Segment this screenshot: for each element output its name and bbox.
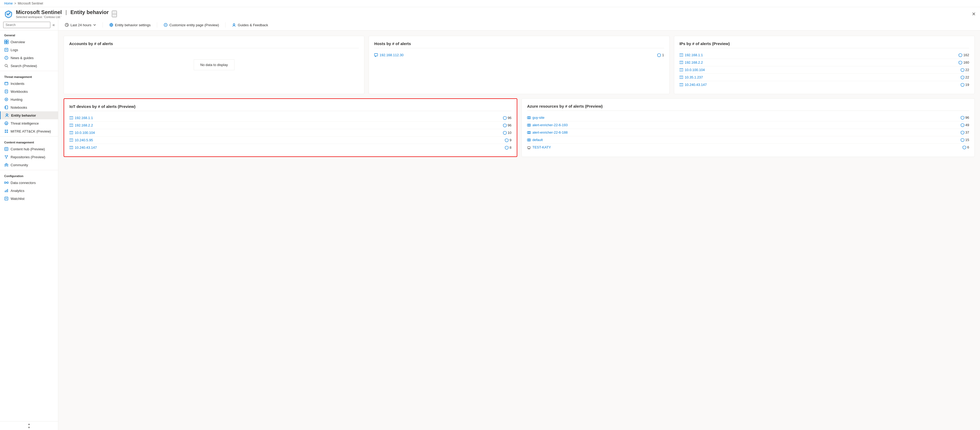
ips-card-title: IPs by # of alerts (Preview) <box>679 41 969 48</box>
list-item: default 15 <box>527 136 969 144</box>
iot-ip-2[interactable]: 10.0.100.104 <box>70 131 503 135</box>
ip-icon-3 <box>679 76 683 79</box>
sidebar-item-community-label: Community <box>11 163 28 167</box>
sidebar-collapse-button[interactable]: « <box>52 22 55 27</box>
azure-resource-0[interactable]: guy-site <box>527 116 961 119</box>
guides-feedback-button[interactable]: Guides & Feedback <box>230 22 270 28</box>
customize-entity-page-button[interactable]: Customize entity page (Preview) <box>161 22 221 28</box>
sidebar-item-workbooks[interactable]: Workbooks <box>0 88 58 96</box>
sidebar-item-notebooks[interactable]: Notebooks <box>0 104 58 111</box>
svg-rect-100 <box>528 147 530 148</box>
cards-row-1: Accounts by # of alerts No data to displ… <box>64 36 975 94</box>
ips-card-list: 192.168.1.1 162 192.168.2.2 <box>679 51 969 88</box>
shield-azure-4 <box>963 145 966 149</box>
time-range-button[interactable]: Last 24 hours <box>62 22 98 28</box>
toolbar-divider-2 <box>157 22 157 27</box>
sidebar-item-analytics[interactable]: Analytics <box>0 186 58 194</box>
svg-rect-46 <box>7 189 8 192</box>
guides-icon <box>232 23 236 27</box>
title-bar: Microsoft Sentinel | Entity behavior Sel… <box>0 7 980 20</box>
incidents-icon <box>4 81 8 86</box>
iot-ip-0[interactable]: 192.168.1.1 <box>70 116 503 120</box>
svg-rect-82 <box>70 139 73 142</box>
hosts-card-title: Hosts by # of alerts <box>374 41 664 48</box>
main-layout: « General Overview Logs <box>0 20 980 430</box>
iot-ip-1[interactable]: 192.168.2.2 <box>70 123 503 127</box>
sidebar-item-repositories[interactable]: Repositories (Preview) <box>0 153 58 161</box>
sidebar-item-workbooks-label: Workbooks <box>11 89 28 94</box>
ips-count-0: 162 <box>959 53 969 57</box>
sidebar-item-search-preview[interactable]: Search (Preview) <box>0 62 58 70</box>
ips-ip-3[interactable]: 10.35.1.237 <box>679 75 961 79</box>
svg-point-23 <box>8 114 8 115</box>
list-item: 192.168.2.2 96 <box>70 122 511 129</box>
svg-rect-25 <box>5 130 6 131</box>
ip-icon-0 <box>679 54 683 56</box>
breadcrumb-home[interactable]: Home <box>4 2 13 5</box>
sidebar-item-news-guides[interactable]: News & guides <box>0 54 58 62</box>
sidebar-item-mitre-attack[interactable]: MITRE ATT&CK (Preview) <box>0 127 58 135</box>
search-input[interactable] <box>3 22 50 28</box>
list-item: alert-enricher-22-6-193 49 <box>527 121 969 129</box>
sidebar-item-hunting[interactable]: Hunting <box>0 96 58 104</box>
ips-ip-0[interactable]: 192.168.1.1 <box>679 53 959 57</box>
shield-azure-1 <box>961 123 964 127</box>
sidebar-item-analytics-label: Analytics <box>11 189 24 193</box>
svg-rect-1 <box>5 40 6 41</box>
ips-ip-4[interactable]: 10.240.43.147 <box>679 83 961 87</box>
sidebar-item-watchlist[interactable]: Watchlist <box>0 194 58 202</box>
list-item: alert-enricher-22-6-188 37 <box>527 129 969 136</box>
hosts-count-0: 1 <box>657 53 664 57</box>
close-button[interactable]: ✕ <box>972 11 976 17</box>
sidebar-item-logs-label: Logs <box>11 48 18 52</box>
azure-resources-card: Azure resources by # of alerts (Preview)… <box>522 98 975 157</box>
azure-resource-icon-1 <box>527 123 531 127</box>
sidebar-item-overview[interactable]: Overview <box>0 38 58 46</box>
sidebar-item-content-hub[interactable]: Content hub (Preview) <box>0 145 58 153</box>
sidebar-item-entity-behavior-label: Entity behavior <box>11 113 36 118</box>
iot-count-0: 96 <box>503 116 511 120</box>
svg-point-39 <box>5 164 6 165</box>
azure-resource-3[interactable]: default <box>527 138 961 142</box>
more-options-button[interactable]: ··· <box>112 11 117 17</box>
shield-iot-4 <box>505 146 509 150</box>
ip-icon-4 <box>679 83 683 86</box>
iot-ip-4[interactable]: 10.240.43.147 <box>70 145 505 150</box>
entity-behavior-settings-label: Entity behavior settings <box>115 23 151 27</box>
content-area: Last 24 hours Entity behavior settings C… <box>58 20 980 430</box>
sidebar-item-incidents[interactable]: Incidents <box>0 80 58 88</box>
sidebar-item-community[interactable]: Community <box>0 161 58 169</box>
sidebar-item-logs[interactable]: Logs <box>0 46 58 54</box>
mitre-attack-icon <box>4 129 8 133</box>
breadcrumb-sep: > <box>14 2 16 5</box>
azure-resource-2[interactable]: alert-enricher-22-6-188 <box>527 131 961 134</box>
svg-point-19 <box>6 99 7 100</box>
hosts-ip-0[interactable]: 192.168.112.30 <box>374 53 657 57</box>
analytics-icon <box>4 188 8 193</box>
ips-count-2: 22 <box>961 68 969 72</box>
ips-ip-2[interactable]: 10.0.100.104 <box>679 68 961 72</box>
azure-resource-1[interactable]: alert-enricher-22-6-193 <box>527 123 961 127</box>
sidebar-item-threat-intelligence[interactable]: Threat intelligence <box>0 119 58 127</box>
iot-ip-3[interactable]: 10.240.5.95 <box>70 138 505 142</box>
sidebar-item-entity-behavior[interactable]: Entity behavior <box>0 111 58 119</box>
sidebar-item-content-hub-label: Content hub (Preview) <box>11 147 45 151</box>
sidebar-item-data-connectors[interactable]: Data connectors <box>0 179 58 186</box>
entity-behavior-settings-button[interactable]: Entity behavior settings <box>107 22 153 28</box>
svg-rect-64 <box>679 68 683 71</box>
ips-ip-1[interactable]: 192.168.2.2 <box>679 61 959 64</box>
svg-line-12 <box>7 67 8 68</box>
svg-point-38 <box>6 164 7 165</box>
accounts-card: Accounts by # of alerts No data to displ… <box>64 36 364 94</box>
iot-devices-card: IoT devices by # of alerts (Preview) 192… <box>64 98 517 157</box>
section-configuration: Configuration <box>0 171 58 179</box>
ips-count-4: 19 <box>961 83 969 87</box>
sidebar-divider-1 <box>0 71 58 71</box>
azure-count-3: 15 <box>961 138 969 142</box>
list-item: 10.0.100.104 22 <box>679 66 969 74</box>
svg-rect-4 <box>6 42 8 44</box>
data-connectors-icon <box>4 180 8 185</box>
azure-resource-4[interactable]: TEST-KATY <box>527 145 963 149</box>
sidebar-item-overview-label: Overview <box>11 40 25 44</box>
svg-rect-47 <box>5 197 8 200</box>
